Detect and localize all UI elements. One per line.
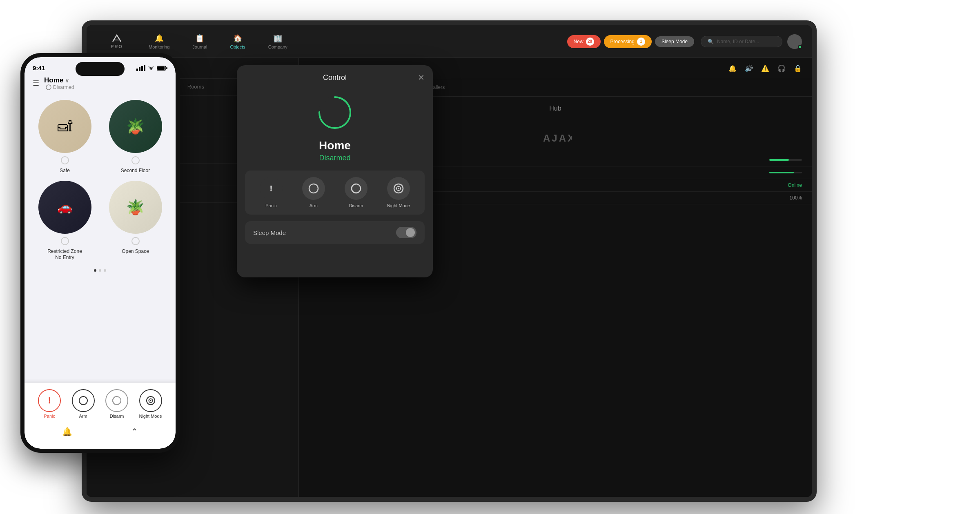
group-restricted: 🚗 Restricted ZoneNo Entry: [33, 181, 97, 261]
search-icon: 🔍: [708, 39, 714, 44]
svg-point-16: [151, 69, 152, 70]
arm-action-button[interactable]: Arm: [302, 177, 325, 208]
nav-item-objects[interactable]: 🏠 Objects: [218, 31, 256, 53]
nav-item-company[interactable]: 🏢 Company: [257, 31, 299, 53]
badge-processing-button[interactable]: Processing 1: [604, 35, 652, 48]
sleep-mode-toggle[interactable]: [396, 227, 416, 238]
open-space-toggle-circle[interactable]: [131, 237, 140, 245]
phone-up-icon[interactable]: ⌃: [131, 427, 138, 436]
phone-arm-button[interactable]: Arm: [72, 389, 95, 419]
disarm-action-button[interactable]: Disarm: [345, 177, 368, 208]
nav-badges: New 20 Processing 1 Sleep Mode: [567, 35, 694, 48]
lock-icon[interactable]: 🔒: [794, 64, 802, 72]
headphone-icon[interactable]: 🎧: [777, 64, 786, 72]
open-space-name: Open Space: [122, 248, 149, 255]
svg-point-21: [79, 397, 87, 405]
phone-bottom: ! Panic Arm: [24, 383, 176, 449]
phone: 9:41: [20, 53, 180, 453]
badge-new-button[interactable]: New 20: [567, 35, 601, 48]
connection-value: Online: [788, 182, 802, 188]
restricted-toggle: [61, 237, 69, 245]
burger-menu-icon[interactable]: ☰: [33, 79, 39, 88]
page-dots: [24, 266, 176, 275]
top-nav: PRO 🔔 Monitoring 📋 Journal 🏠 Objects 🏢 C…: [87, 25, 812, 58]
search-box[interactable]: 🔍 Name, ID or Date...: [701, 36, 782, 47]
modal-close-button[interactable]: ✕: [418, 73, 425, 82]
nav-item-journal[interactable]: 📋 Journal: [181, 31, 218, 53]
phone-status-icons: [136, 65, 167, 71]
badge-new-label: New: [574, 39, 584, 44]
safe-toggle: [61, 156, 69, 164]
svg-rect-12: [136, 69, 138, 71]
wifi-bar-fill: [769, 172, 794, 173]
night-mode-label: Night Mode: [387, 203, 410, 208]
phone-night-icon: [145, 395, 156, 406]
safe-image: 🛋: [38, 100, 91, 153]
night-mode-action-button[interactable]: Night Mode: [387, 177, 410, 208]
phone-disarm-icon: [111, 395, 122, 406]
control-modal: Control ✕ Home Disarmed ! Panic: [237, 65, 433, 277]
phone-time: 9:41: [33, 64, 45, 71]
badge-new-count: 20: [586, 38, 594, 46]
wifi-bar-container: [769, 172, 802, 173]
warning-icon[interactable]: ⚠️: [761, 64, 769, 72]
phone-panic-circle: !: [38, 389, 61, 412]
phone-bell-icon[interactable]: 🔔: [62, 427, 72, 436]
nav-logo: PRO: [96, 34, 137, 49]
safe-toggle-circle[interactable]: [61, 156, 69, 164]
monitoring-icon: 🔔: [155, 34, 164, 43]
svg-point-25: [150, 400, 151, 401]
disarmed-circle-icon: [46, 84, 51, 90]
home-label-area: Home ∨ Disarmed: [44, 76, 74, 90]
disarm-label: Disarm: [349, 203, 363, 208]
modal-header: Control ✕: [237, 65, 433, 86]
svg-point-11: [398, 188, 399, 189]
bottom-controls: ! Panic Arm: [33, 389, 167, 419]
phone-groups: 🛋 Safe 🪴: [24, 95, 176, 266]
modal-actions: ! Panic Arm Disarm: [245, 171, 425, 215]
ajax-logo-icon: [111, 34, 123, 42]
phone-disarm-button[interactable]: Disarm: [105, 389, 128, 419]
badge-processing-label: Processing: [610, 39, 635, 44]
svg-rect-14: [141, 66, 143, 71]
phone-screen: 9:41: [24, 57, 176, 449]
panic-icon: !: [270, 184, 273, 193]
disarm-circle: [345, 177, 368, 200]
volume-icon[interactable]: 🔊: [745, 64, 753, 72]
safe-img-inner: 🛋: [38, 100, 91, 153]
second-floor-toggle-circle[interactable]: [131, 156, 140, 164]
open-space-toggle: [131, 237, 140, 245]
modal-status: Disarmed: [237, 154, 433, 171]
disarmed-badge: Disarmed: [46, 84, 74, 90]
phone-disarm-circle: [105, 389, 128, 412]
scene: PRO 🔔 Monitoring 📋 Journal 🏠 Objects 🏢 C…: [0, 0, 980, 514]
second-floor-image: 🪴: [109, 100, 162, 153]
phone-night-button[interactable]: Night Mode: [139, 389, 162, 419]
battery-icon: [157, 65, 167, 71]
restricted-toggle-circle[interactable]: [61, 237, 69, 245]
svg-rect-15: [144, 65, 145, 71]
open-space-photo: 🪴: [126, 199, 145, 216]
arm-label: Arm: [310, 203, 318, 208]
group-second-floor: 🪴 Second Floor: [103, 100, 167, 174]
badge-sleep-button[interactable]: Sleep Mode: [655, 36, 694, 47]
objects-icon: 🏠: [233, 34, 242, 43]
tab-rooms[interactable]: Rooms: [186, 79, 206, 95]
phone-disarm-label: Disarm: [110, 414, 124, 419]
nav-item-monitoring[interactable]: 🔔 Monitoring: [137, 31, 181, 53]
avatar-online-dot: [798, 45, 802, 49]
avatar[interactable]: [787, 34, 802, 49]
svg-rect-19: [166, 67, 167, 69]
cellular-bar-container: [769, 159, 802, 161]
svg-rect-18: [157, 66, 165, 70]
restricted-img-inner: 🚗: [38, 181, 91, 234]
group-open-space: 🪴 Open Space: [103, 181, 167, 261]
group-safe: 🛋 Safe: [33, 100, 97, 174]
page-dot-2: [99, 269, 101, 272]
journal-icon: 📋: [195, 34, 204, 43]
phone-arm-circle: [72, 389, 95, 412]
dynamic-island: [76, 62, 125, 76]
phone-panic-button[interactable]: ! Panic: [38, 389, 61, 419]
panic-action-button[interactable]: ! Panic: [260, 177, 283, 208]
bell-icon[interactable]: 🔔: [728, 64, 737, 72]
